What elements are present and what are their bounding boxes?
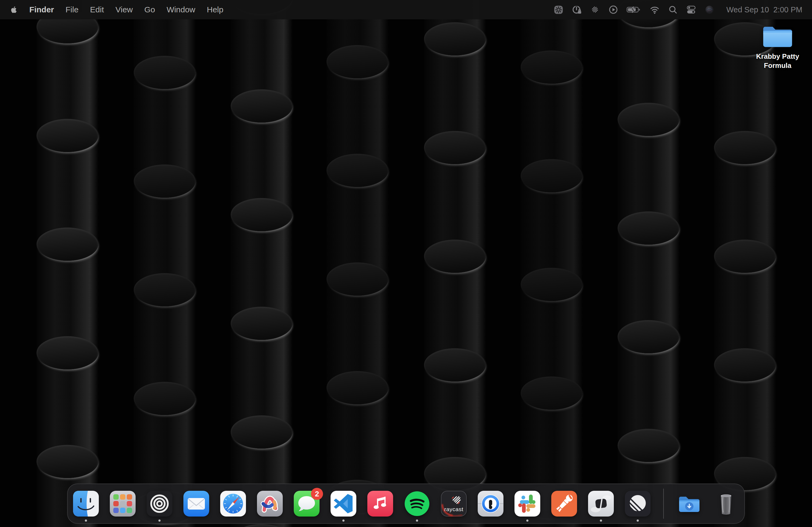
running-indicator [637,520,639,522]
control-center-icon[interactable] [686,4,696,15]
safari-icon [220,490,246,517]
wallpaper-cylinder [714,131,776,241]
folder-icon [761,22,794,50]
dock-item-dia[interactable] [588,490,614,517]
dock-item-linear[interactable] [624,490,651,517]
wallpaper-cylinder [618,320,679,430]
arc-browser-icon [257,490,283,517]
launchpad-icon [109,490,136,517]
dock-item-finder[interactable] [73,490,99,517]
menu-item-view[interactable]: View [115,5,133,14]
wallpaper [0,0,812,527]
running-indicator [342,520,345,522]
dock-item-downloads-folder[interactable] [676,490,703,517]
dock-item-mail[interactable] [183,490,210,517]
menu-item-edit[interactable]: Edit [90,5,104,14]
dock-item-messages[interactable]: 2 [293,490,320,517]
wallpaper-cylinder [521,376,582,486]
dock-item-postman[interactable] [551,490,578,517]
wallpaper-cylinder [37,119,98,229]
running-indicator [526,520,528,522]
wallpaper-cylinder [521,159,582,269]
running-indicator [85,520,87,522]
menu-item-window[interactable]: Window [167,5,195,14]
now-playing-icon[interactable] [608,4,619,15]
siri-icon[interactable] [704,4,714,15]
downloads-folder-icon [676,490,703,517]
menu-bar-status-area: Wed Sep 10 2:00 PM [553,4,802,15]
wallpaper-cylinder [327,154,388,264]
menu-item-help[interactable]: Help [207,5,223,14]
running-indicator [416,520,418,522]
menu-bar: Finder File Edit View Go Window Help [0,0,812,19]
wallpaper-cylinder [424,22,486,132]
wallpaper-cylinder [327,371,388,481]
wallpaper-cylinder [424,240,486,350]
wallpaper-cylinder [134,56,195,166]
battery-charging-icon[interactable] [626,4,641,15]
finder-icon [73,490,99,517]
dock-item-1password[interactable] [477,490,504,517]
vscode-icon [330,490,357,517]
notification-badge: 2 [311,488,323,500]
wallpaper-cylinder [231,89,292,199]
spotlight-search-icon[interactable] [668,4,678,15]
wallpaper-cylinder [327,45,388,155]
dock-item-raycast[interactable]: raycast [440,490,467,517]
wifi-icon[interactable] [650,4,660,15]
dock-item-slack[interactable] [514,490,541,517]
wallpaper-cylinder [424,131,486,241]
dock-item-apple-music[interactable] [367,490,394,517]
dock-item-arc-browser[interactable] [257,490,283,517]
1password-icon [477,490,504,517]
running-indicator [158,520,161,522]
wallpaper-cylinder [618,103,679,213]
wallpaper-cylinder [327,262,388,373]
dock: 2 [67,483,745,524]
dock-item-concentric-circles-app[interactable] [146,490,173,517]
menu-item-file[interactable]: File [66,5,78,14]
dock-item-spotify[interactable] [404,490,431,517]
dia-icon [588,490,614,517]
wallpaper-cylinder [231,307,292,417]
spotify-icon [404,490,431,517]
dock-separator [663,488,664,519]
wallpaper-cylinder [521,50,582,161]
wallpaper-cylinder [714,240,776,350]
wallpaper-cylinder [618,211,679,321]
dock-item-safari[interactable] [220,490,246,517]
raycast-icon [440,490,467,517]
slack-icon [514,490,541,517]
menu-clock-date: Wed Sep 10 [726,5,769,14]
striped-badge-icon[interactable] [590,4,600,15]
menu-item-finder[interactable]: Finder [29,5,54,14]
wallpaper-cylinder [231,524,292,527]
power-lock-icon[interactable] [572,4,582,15]
wallpaper-cylinder [37,336,98,446]
dock-item-trash[interactable] [713,490,740,517]
menu-clock[interactable]: Wed Sep 10 2:00 PM [726,5,802,14]
wallpaper-cylinder [521,268,582,378]
desktop: Finder File Edit View Go Window Help [0,0,812,527]
wallpaper-cylinder [424,348,486,458]
apple-menu[interactable] [10,5,18,14]
dock-item-launchpad[interactable] [109,490,136,517]
concentric-circles-icon [146,490,173,517]
linear-icon [624,490,651,517]
wallpaper-cylinder [714,348,776,458]
dock-item-vscode[interactable] [330,490,357,517]
menu-item-go[interactable]: Go [144,5,155,14]
trash-icon [713,490,740,517]
wallpaper-cylinder [134,382,195,492]
apple-music-icon [367,490,394,517]
menu-clock-time: 2:00 PM [773,5,802,14]
starburst-app-icon[interactable] [553,4,564,15]
wallpaper-cylinder [134,273,195,383]
wallpaper-cylinder [134,165,195,274]
desktop-folder-krabby-patty[interactable]: Krabby Patty Formula [753,22,802,70]
dock-icon-label: raycast [440,506,467,512]
apple-logo-icon [10,5,18,14]
wallpaper-cylinder [37,10,98,120]
mail-icon [183,490,210,517]
desktop-folder-label: Krabby Patty Formula [753,52,802,70]
